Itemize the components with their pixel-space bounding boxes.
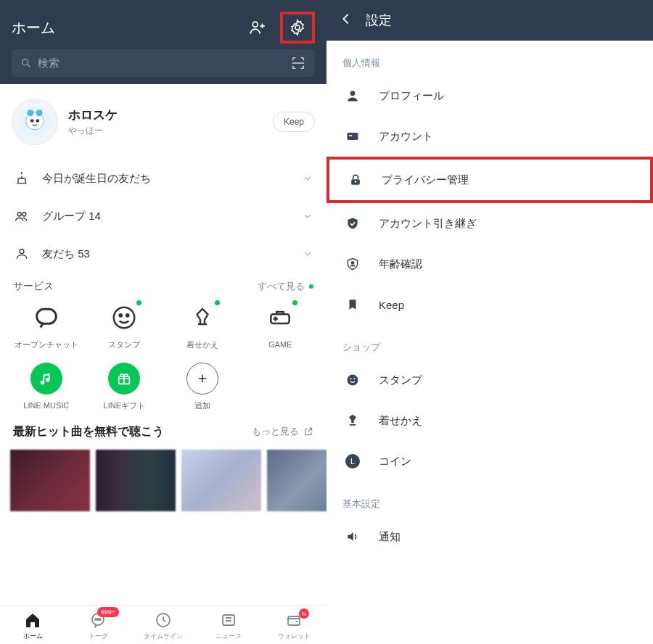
settings-item-keep[interactable]: Keep xyxy=(326,284,653,325)
shield-check-icon xyxy=(342,216,363,231)
bottom-tabs: ホーム 999+ トーク タイムライン ニュース N ウォレット xyxy=(0,605,326,644)
service-openchat[interactable]: オープンチャット xyxy=(7,302,86,350)
svg-rect-26 xyxy=(348,133,358,140)
section-shop: ショップ xyxy=(326,325,653,360)
card-icon xyxy=(342,129,363,144)
friends-label: 友だち xyxy=(42,247,75,260)
section-basic: 基本設定 xyxy=(326,482,653,516)
svg-point-33 xyxy=(354,378,356,379)
tab-talk[interactable]: 999+ トーク xyxy=(65,610,131,641)
profile-name: ホロスケ xyxy=(68,107,273,123)
svg-point-5 xyxy=(27,110,33,116)
music-tile[interactable] xyxy=(267,450,326,511)
music-tiles xyxy=(0,444,326,517)
svg-rect-23 xyxy=(223,615,234,625)
svg-point-9 xyxy=(17,212,21,216)
settings-button[interactable] xyxy=(280,12,315,44)
svg-point-11 xyxy=(20,249,24,254)
svg-point-8 xyxy=(36,119,40,123)
svg-rect-27 xyxy=(349,135,352,136)
external-icon xyxy=(303,426,313,437)
brush-icon xyxy=(189,305,215,331)
scan-icon[interactable] xyxy=(290,55,306,71)
settings-item-privacy[interactable]: プライバシー管理 xyxy=(326,157,653,203)
dot-icon xyxy=(309,284,313,289)
badge: N xyxy=(299,608,309,619)
smile-icon xyxy=(110,304,138,331)
back-button[interactable] xyxy=(338,11,354,30)
plus-icon xyxy=(196,372,209,385)
tab-home[interactable]: ホーム xyxy=(0,610,65,641)
music-tile[interactable] xyxy=(96,450,176,511)
keep-button[interactable]: Keep xyxy=(273,112,315,132)
home-title: ホーム xyxy=(12,18,55,38)
groups-row[interactable]: グループ 14 xyxy=(0,197,326,235)
dot-icon xyxy=(136,300,141,305)
settings-title: 設定 xyxy=(366,12,392,29)
svg-point-7 xyxy=(30,119,34,123)
tab-timeline[interactable]: タイムライン xyxy=(131,610,196,641)
chevron-down-icon xyxy=(302,173,313,184)
gamepad-icon xyxy=(266,304,294,331)
svg-rect-12 xyxy=(36,309,56,323)
svg-point-10 xyxy=(22,212,26,216)
shield-person-icon xyxy=(342,257,363,271)
add-friend-button[interactable] xyxy=(248,18,267,37)
profile-icon xyxy=(342,88,363,103)
svg-point-2 xyxy=(22,59,28,65)
dot-icon xyxy=(215,300,220,305)
settings-item-theme[interactable]: 着せかえ xyxy=(326,400,653,441)
service-music[interactable]: LINE MUSIC xyxy=(7,363,86,410)
news-icon xyxy=(218,610,239,630)
chevron-down-icon xyxy=(302,248,313,260)
settings-header: 設定 xyxy=(326,0,653,41)
clock-icon xyxy=(153,610,173,630)
music-more[interactable]: もっと見る xyxy=(252,425,313,438)
settings-item-account[interactable]: アカウント xyxy=(326,116,653,157)
service-add[interactable]: 追加 xyxy=(163,363,242,410)
service-gift[interactable]: LINEギフト xyxy=(86,363,164,410)
tab-news[interactable]: ニュース xyxy=(196,610,261,641)
profile-status: やっほー xyxy=(68,125,273,137)
search-placeholder: 検索 xyxy=(38,57,290,70)
section-personal: 個人情報 xyxy=(326,41,653,75)
service-stamp[interactable]: スタンプ xyxy=(86,302,164,350)
birthday-icon xyxy=(13,171,30,186)
settings-item-transfer[interactable]: アカウント引き継ぎ xyxy=(326,203,653,244)
settings-item-stamp[interactable]: スタンプ xyxy=(326,360,653,400)
sound-icon xyxy=(342,529,363,544)
svg-point-20 xyxy=(97,619,99,620)
settings-item-notification[interactable]: 通知 xyxy=(326,516,653,557)
tab-wallet[interactable]: N ウォレット xyxy=(261,610,326,641)
avatar xyxy=(12,99,58,145)
service-game[interactable]: GAME xyxy=(242,302,320,350)
brush-icon xyxy=(342,413,363,428)
svg-point-0 xyxy=(252,22,258,27)
birthday-row[interactable]: 今日が誕生日の友だち xyxy=(0,160,326,197)
profile-row[interactable]: ホロスケ やっほー Keep xyxy=(0,84,326,160)
dot-icon xyxy=(292,300,297,305)
settings-pane: 設定 個人情報 プロフィール アカウント プライバシー管理 アカウント引き継ぎ … xyxy=(326,0,653,644)
smile-icon xyxy=(342,373,363,387)
music-tile[interactable] xyxy=(181,450,261,511)
openchat-icon xyxy=(32,303,61,332)
svg-point-14 xyxy=(120,314,122,316)
svg-point-13 xyxy=(114,307,135,329)
svg-point-19 xyxy=(95,619,96,620)
coin-icon: L xyxy=(342,454,363,468)
svg-point-30 xyxy=(351,262,353,264)
services-see-all[interactable]: すべて見る xyxy=(258,280,313,293)
settings-item-coin[interactable]: L コイン xyxy=(326,441,653,482)
settings-item-profile[interactable]: プロフィール xyxy=(326,75,653,116)
settings-item-age[interactable]: 年齢確認 xyxy=(326,244,653,284)
music-section-title: 最新ヒット曲を無料で聴こう xyxy=(13,424,164,439)
home-pane: ホーム 検索 ホロスケ やっほー Keep 今日が誕生 xyxy=(0,0,326,644)
search-icon xyxy=(20,57,32,69)
service-theme[interactable]: 着せかえ xyxy=(163,302,242,350)
music-tile[interactable] xyxy=(10,450,90,511)
search-input[interactable]: 検索 xyxy=(12,49,315,77)
friends-row[interactable]: 友だち 53 xyxy=(0,235,326,273)
svg-point-31 xyxy=(348,375,358,386)
badge: 999+ xyxy=(97,607,119,617)
services-grid: オープンチャット スタンプ 着せかえ GAME LINE MUSIC LINEギ… xyxy=(0,297,326,417)
